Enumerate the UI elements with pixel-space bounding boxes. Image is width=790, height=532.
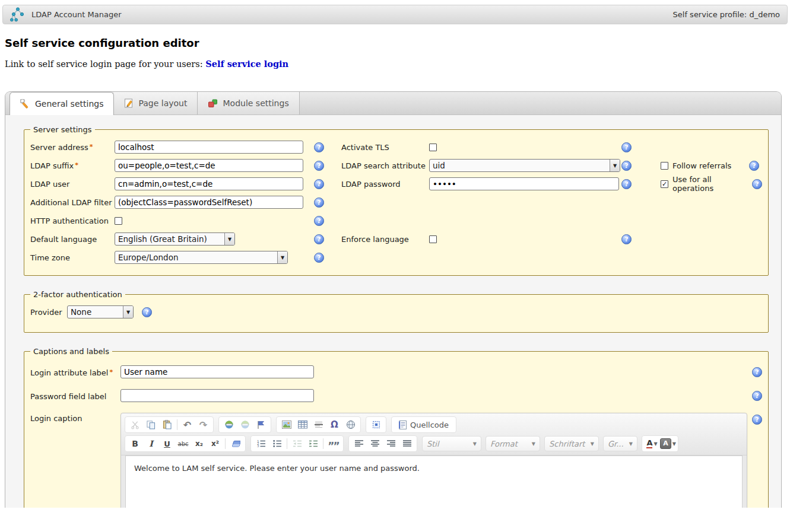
unlink-icon[interactable]	[237, 418, 253, 432]
chevron-down-icon: ▼	[532, 441, 535, 447]
editor-content-area[interactable]: Welcome to LAM self service. Please ente…	[125, 455, 743, 508]
page-title: Self service configuration editor	[5, 37, 790, 49]
login-link-intro: Link to self service login page for your…	[5, 59, 203, 69]
undo-icon[interactable]: ↶	[179, 418, 195, 432]
time-zone-row: Time zone Europe/London ▼ ?	[30, 250, 762, 265]
ldap-password-input[interactable]	[429, 177, 619, 190]
server-address-row: Server address* ? Activate TLS ?	[30, 139, 762, 155]
password-field-label: Password field label	[30, 391, 120, 401]
cut-icon[interactable]	[127, 418, 143, 432]
globe-icon[interactable]	[342, 418, 358, 432]
format-dropdown[interactable]: Format ▼	[486, 436, 540, 451]
help-icon[interactable]: ?	[621, 161, 632, 171]
ldap-search-attribute-select[interactable]: uid ▼	[429, 159, 620, 172]
italic-icon[interactable]: I	[143, 437, 159, 451]
additional-ldap-filter-input[interactable]	[115, 196, 303, 209]
general-settings-panel: Server settings Server address* ? Activa…	[5, 115, 781, 508]
two-factor-legend: 2-factor authentication	[30, 290, 125, 299]
password-field-input[interactable]	[120, 389, 314, 402]
link-icon[interactable]	[221, 418, 237, 432]
image-icon[interactable]	[278, 418, 294, 432]
help-icon[interactable]: ?	[621, 234, 632, 244]
help-icon[interactable]: ?	[314, 234, 324, 244]
wrench-icon	[20, 99, 30, 109]
help-icon[interactable]: ?	[314, 216, 324, 226]
help-icon[interactable]: ?	[621, 142, 632, 152]
copy-icon[interactable]	[143, 418, 159, 432]
numbered-list-icon[interactable]: 123	[253, 437, 269, 451]
two-factor-fieldset: 2-factor authentication Provider None ▼ …	[24, 290, 769, 333]
paste-icon[interactable]	[159, 418, 175, 432]
bold-icon[interactable]: B	[127, 437, 143, 451]
app-title: LDAP Account Manager	[31, 10, 122, 19]
server-settings-fieldset: Server settings Server address* ? Activa…	[24, 125, 769, 276]
align-justify-icon[interactable]	[399, 437, 415, 451]
underline-icon[interactable]: U	[159, 437, 175, 451]
special-char-icon[interactable]: Ω	[326, 418, 342, 432]
login-caption-editor: ↶ ↷	[120, 413, 747, 508]
align-right-icon[interactable]	[383, 437, 399, 451]
maximize-icon[interactable]	[368, 418, 384, 432]
font-size-dropdown[interactable]: Gr... ▼	[603, 436, 637, 451]
help-icon[interactable]: ?	[752, 391, 762, 401]
blockquote-icon[interactable]: ””	[325, 437, 341, 451]
outdent-icon[interactable]	[289, 437, 305, 451]
time-zone-select[interactable]: Europe/London ▼	[115, 251, 288, 264]
follow-referrals-checkbox[interactable]	[661, 162, 668, 170]
tab-module-settings[interactable]: Module settings	[198, 92, 299, 114]
help-icon[interactable]: ?	[142, 307, 152, 317]
login-caption-row: Login caption	[30, 413, 762, 508]
help-icon[interactable]: ?	[314, 161, 324, 171]
table-icon[interactable]	[294, 418, 310, 432]
default-language-select[interactable]: English (Great Britain) ▼	[115, 232, 235, 246]
server-settings-legend: Server settings	[30, 125, 95, 134]
help-icon[interactable]: ?	[314, 179, 324, 189]
style-dropdown[interactable]: Stil ▼	[422, 436, 481, 451]
login-attribute-row: Login attribute label* ?	[30, 365, 762, 378]
chevron-down-icon: ▼	[224, 233, 234, 245]
enforce-language-checkbox[interactable]	[429, 235, 437, 243]
indent-icon[interactable]	[305, 437, 321, 451]
font-dropdown[interactable]: Schriftart ▼	[544, 436, 599, 451]
subscript-icon[interactable]: x₂	[191, 437, 207, 451]
source-code-button[interactable]: Quellcode	[394, 418, 454, 432]
additional-ldap-filter-label: Additional LDAP filter	[30, 198, 115, 207]
ldap-suffix-label: LDAP suffix*	[30, 161, 115, 170]
help-icon[interactable]: ?	[314, 142, 324, 152]
align-center-icon[interactable]	[367, 437, 383, 451]
edit-page-icon	[124, 98, 134, 108]
superscript-icon[interactable]: x²	[207, 437, 223, 451]
align-left-icon[interactable]	[351, 437, 367, 451]
help-icon[interactable]: ?	[752, 179, 762, 189]
login-attribute-input[interactable]	[120, 365, 314, 378]
background-color-button[interactable]: A▼	[660, 437, 676, 451]
tab-label: General settings	[35, 99, 103, 109]
bulleted-list-icon[interactable]	[269, 437, 285, 451]
remove-format-eraser-icon[interactable]	[227, 437, 243, 451]
help-icon[interactable]: ?	[314, 197, 324, 208]
redo-icon[interactable]: ↷	[195, 418, 211, 432]
use-for-all-operations-checkbox[interactable]: ✓	[661, 180, 668, 188]
horizontal-rule-icon[interactable]	[310, 418, 326, 432]
tab-page-layout[interactable]: Page layout	[114, 92, 198, 114]
ldap-suffix-input[interactable]	[115, 159, 303, 172]
login-attribute-label: Login attribute label*	[30, 367, 120, 377]
self-service-login-link[interactable]: Self service login	[205, 59, 288, 69]
server-address-input[interactable]	[115, 141, 303, 154]
provider-select[interactable]: None ▼	[67, 305, 134, 318]
help-icon[interactable]: ?	[752, 367, 762, 377]
help-icon[interactable]: ?	[752, 415, 762, 425]
ldap-user-input[interactable]	[115, 177, 303, 190]
help-icon[interactable]: ?	[749, 161, 759, 171]
help-icon[interactable]: ?	[314, 253, 324, 263]
activate-tls-checkbox[interactable]	[429, 144, 437, 151]
tab-general-settings[interactable]: General settings	[9, 92, 114, 115]
http-authentication-checkbox[interactable]	[115, 217, 122, 225]
provider-label: Provider	[30, 308, 67, 317]
help-icon[interactable]: ?	[621, 179, 632, 189]
anchor-flag-icon[interactable]	[253, 418, 269, 432]
default-language-row: Default language English (Great Britain)…	[30, 231, 762, 247]
text-color-button[interactable]: A▼	[644, 437, 660, 451]
ldap-search-attribute-label: LDAP search attribute	[341, 161, 429, 170]
strikethrough-icon[interactable]: abc	[175, 437, 191, 451]
